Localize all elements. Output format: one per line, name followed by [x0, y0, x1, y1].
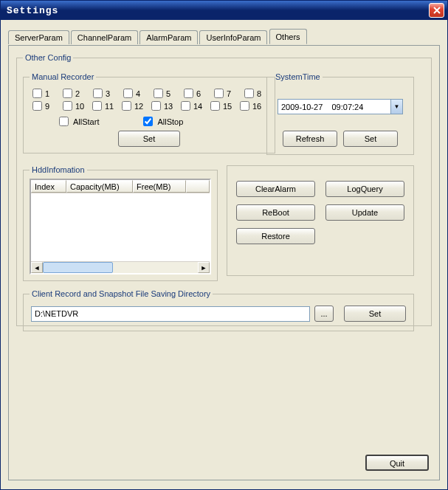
hdd-scrollbar[interactable]: ◄ ►	[31, 261, 210, 273]
systime-set-button[interactable]: Set	[343, 131, 398, 147]
window-title: Settings	[4, 5, 58, 16]
legend-other-config: Other Config	[23, 53, 73, 62]
allstart: AllStart	[59, 117, 99, 126]
group-system-time: SystemTime ▼ Refresh Set	[266, 72, 414, 155]
group-actions: ClearAlarm LogQuery ReBoot Update Restor…	[227, 165, 414, 276]
channel-10: 10	[63, 101, 86, 111]
channel-2: 2	[63, 89, 87, 98]
reboot-button[interactable]: ReBoot	[236, 204, 315, 221]
legend-system-time: SystemTime	[273, 72, 323, 81]
channel-10-checkbox[interactable]	[63, 101, 72, 111]
channel-8: 8	[244, 89, 269, 98]
chevron-down-icon[interactable]: ▼	[390, 99, 403, 114]
channel-12: 12	[122, 101, 145, 111]
all-row: AllStart AllStop	[59, 117, 269, 126]
hdd-table-header: Index Capacity(MB) Free(MB)	[31, 180, 210, 193]
hdd-table: Index Capacity(MB) Free(MB) ◄ ►	[30, 179, 211, 275]
title-bar[interactable]: Settings	[1, 1, 447, 20]
channel-6: 6	[184, 89, 208, 98]
window-content: ServerParam ChannelParam AlarmParam User…	[1, 20, 447, 489]
tab-alarmparam[interactable]: AlarmParam	[139, 30, 198, 44]
restore-button[interactable]: Restore	[236, 228, 315, 244]
savedir-set-button[interactable]: Set	[344, 306, 406, 322]
refresh-button[interactable]: Refresh	[283, 131, 337, 147]
quit-button[interactable]: Quit	[365, 455, 429, 471]
channel-3: 3	[93, 89, 117, 98]
browse-button[interactable]: ...	[314, 306, 334, 322]
hdd-col-free[interactable]: Free(MB)	[133, 180, 186, 193]
channel-13-checkbox[interactable]	[151, 101, 161, 111]
channel-16: 16	[240, 101, 263, 111]
channel-11-checkbox[interactable]	[92, 101, 102, 111]
hdd-col-capacity[interactable]: Capacity(MB)	[66, 180, 133, 193]
hdd-col-blank	[186, 180, 210, 193]
group-hdd-info: HddInfomation Index Capacity(MB) Free(MB…	[23, 165, 218, 281]
channel-5-checkbox[interactable]	[154, 89, 163, 98]
channel-3-checkbox[interactable]	[93, 89, 103, 98]
tab-channelparam[interactable]: ChannelParam	[71, 30, 138, 44]
channel-14-checkbox[interactable]	[181, 101, 190, 111]
close-icon[interactable]	[429, 3, 444, 18]
log-query-button[interactable]: LogQuery	[325, 181, 404, 197]
group-other-config: Other Config Manual Recorder 1 2 3 4 5 6…	[16, 53, 432, 326]
save-dir-input[interactable]	[31, 306, 310, 322]
scroll-track[interactable]	[43, 262, 198, 273]
channel-11: 11	[92, 101, 116, 111]
channel-6-checkbox[interactable]	[184, 89, 193, 98]
channel-5: 5	[154, 89, 178, 98]
channel-9-checkbox[interactable]	[32, 101, 42, 111]
channel-8-checkbox[interactable]	[244, 89, 254, 98]
tab-serverparam[interactable]: ServerParam	[8, 30, 69, 44]
legend-save-dir: Client Record and Snapshot File Saving D…	[30, 289, 213, 298]
group-manual-recorder: Manual Recorder 1 2 3 4 5 6 7 8 9 10	[23, 72, 275, 153]
channel-2-checkbox[interactable]	[63, 89, 72, 98]
channel-13: 13	[151, 101, 175, 111]
system-time-combo: ▼	[278, 99, 403, 114]
channel-7-checkbox[interactable]	[214, 89, 224, 98]
group-save-dir: Client Record and Snapshot File Saving D…	[23, 289, 414, 331]
channel-15: 15	[210, 101, 234, 111]
channel-15-checkbox[interactable]	[210, 101, 220, 111]
channel-4-checkbox[interactable]	[123, 89, 133, 98]
system-time-input[interactable]	[278, 99, 390, 114]
legend-manual-recorder: Manual Recorder	[30, 72, 96, 81]
channel-1-checkbox[interactable]	[32, 89, 42, 98]
allstop: AllStop	[143, 117, 183, 126]
channel-16-checkbox[interactable]	[240, 101, 249, 111]
allstop-checkbox[interactable]	[143, 117, 153, 126]
channel-14: 14	[181, 101, 204, 111]
channel-12-checkbox[interactable]	[122, 101, 131, 111]
allstart-checkbox[interactable]	[59, 117, 69, 126]
update-button[interactable]: Update	[325, 204, 404, 221]
channel-4: 4	[123, 89, 148, 98]
hdd-col-index[interactable]: Index	[31, 180, 66, 193]
channel-1: 1	[32, 89, 57, 98]
channel-row-2: 9 10 11 12 13 14 15 16	[32, 101, 269, 111]
channel-9: 9	[32, 101, 57, 111]
settings-window: Settings ServerParam ChannelParam AlarmP…	[0, 0, 448, 490]
tab-page-others: Other Config Manual Recorder 1 2 3 4 5 6…	[8, 45, 440, 480]
scroll-left-icon[interactable]: ◄	[31, 262, 43, 273]
scroll-right-icon[interactable]: ►	[198, 262, 210, 273]
tab-strip: ServerParam ChannelParam AlarmParam User…	[8, 29, 440, 45]
channel-7: 7	[214, 89, 238, 98]
channel-row-1: 1 2 3 4 5 6 7 8	[32, 89, 269, 98]
scroll-thumb[interactable]	[43, 262, 113, 273]
tab-others[interactable]: Others	[269, 29, 307, 44]
clear-alarm-button[interactable]: ClearAlarm	[236, 181, 315, 197]
legend-hdd: HddInfomation	[30, 165, 87, 174]
tab-userinfoparam[interactable]: UserInfoParam	[199, 30, 267, 44]
manual-set-button[interactable]: Set	[118, 131, 180, 147]
